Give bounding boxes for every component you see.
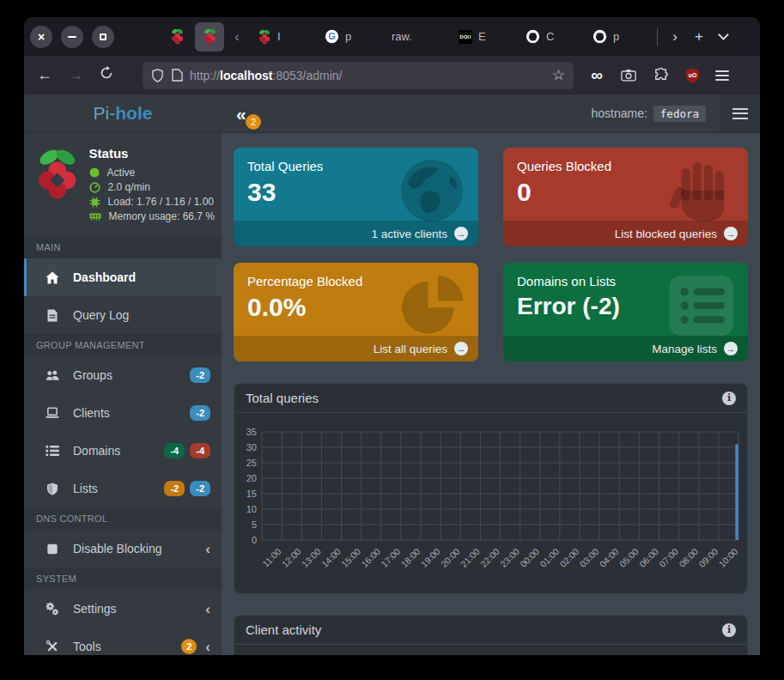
browser-window: × ‹ (24, 17, 760, 655)
svg-text:08:00: 08:00 (677, 546, 700, 569)
total-queries-chart[interactable]: 0510152025303511:0012:0013:0014:0015:001… (234, 413, 747, 593)
svg-text:03:00: 03:00 (577, 546, 600, 569)
ublock-button[interactable]: uO (684, 68, 701, 83)
url-bar[interactable]: http://localhost:8053/admin/ ☆ (143, 62, 574, 89)
tab-scroll-left-button[interactable]: ‹ (228, 29, 246, 45)
tab-title: p (613, 30, 619, 43)
svg-text:00:00: 00:00 (518, 546, 541, 569)
svg-text:25: 25 (246, 458, 257, 468)
sidebar-item-groups[interactable]: Groups -2 (24, 356, 222, 394)
domains-allowed-badge: -4 (164, 443, 185, 458)
tools-icon (46, 640, 59, 653)
info-icon[interactable]: i (722, 623, 736, 637)
panel-header: Client activity i (234, 616, 747, 645)
pihole-admin-page: Pi-hole « 2 hostname: fedora (24, 94, 760, 655)
tab-scroll-right-button[interactable]: › (663, 28, 687, 46)
gears-icon (46, 602, 59, 616)
svg-text:23:00: 23:00 (498, 546, 521, 569)
active-dot-icon (89, 167, 100, 178)
sidebar-collapse-button[interactable]: « (236, 105, 246, 123)
sidebar-item-query-log[interactable]: Query Log (24, 296, 222, 334)
chevron-left-icon: ‹ (205, 602, 210, 616)
window-maximize-button[interactable] (92, 26, 114, 48)
window-close-button[interactable]: × (30, 26, 52, 48)
card-footer-link[interactable]: List blocked queries → (503, 221, 748, 246)
sidebar-item-disable-blocking[interactable]: Disable Blocking ‹ (24, 530, 222, 568)
card-footer-link[interactable]: 1 active clients → (234, 221, 478, 246)
sidebar-item-settings[interactable]: Settings ‹ (24, 590, 222, 628)
svg-text:35: 35 (246, 427, 257, 437)
info-icon[interactable]: i (722, 392, 736, 405)
github-favicon (526, 29, 540, 44)
arrow-circle-icon: → (724, 227, 738, 240)
laptop-icon (46, 407, 59, 419)
back-button[interactable]: ← (34, 66, 55, 84)
home-icon (46, 271, 59, 284)
browser-tab[interactable]: C (518, 17, 585, 56)
browser-menu-button[interactable] (715, 70, 729, 81)
sidebar-item-clients[interactable]: Clients -2 (24, 394, 222, 432)
maximize-icon (100, 33, 106, 40)
users-icon (46, 369, 59, 381)
globe-icon (394, 155, 470, 227)
hand-icon (664, 155, 739, 227)
sidebar: Status Active 2.0 q/min (24, 133, 222, 655)
reload-button[interactable] (96, 66, 117, 84)
update-count-badge: 2 (246, 114, 261, 130)
google-favicon: G (325, 29, 339, 44)
card-footer-link[interactable]: List all queries → (234, 336, 478, 361)
hostname-display: hostname: fedora (591, 106, 706, 122)
pihole-favicon (258, 29, 271, 45)
svg-text:20:00: 20:00 (439, 546, 462, 569)
tab-title: C (546, 30, 554, 43)
browser-tab[interactable]: I (250, 17, 317, 56)
svg-text:01:00: 01:00 (538, 546, 561, 569)
sidebar-item-tools[interactable]: Tools 2 ‹ (24, 628, 222, 655)
app-body: Status Active 2.0 q/min (24, 133, 760, 655)
shield-icon (46, 483, 59, 495)
clients-badge: -2 (190, 405, 210, 421)
svg-text:15:00: 15:00 (339, 546, 362, 569)
domains-denied-badge: -4 (190, 443, 210, 458)
browser-tab[interactable]: G p (317, 17, 384, 56)
header-menu-button[interactable] (720, 94, 760, 133)
sidebar-item-dashboard[interactable]: Dashboard (24, 258, 222, 296)
bookmark-star-icon[interactable]: ☆ (552, 66, 565, 84)
pinned-tab-active[interactable] (195, 22, 224, 52)
new-tab-button[interactable]: + (687, 28, 711, 46)
card-footer-link[interactable]: Manage lists → (503, 336, 748, 361)
section-header-group-management: GROUP MANAGEMENT (24, 334, 222, 356)
list-all-tabs-button[interactable] (718, 29, 729, 40)
extension-infinity-button[interactable]: ∞ (588, 67, 605, 83)
forward-button[interactable]: → (65, 66, 86, 84)
pinned-tab[interactable] (162, 22, 191, 52)
browser-tab[interactable]: raw. (384, 17, 451, 56)
svg-text:15: 15 (246, 489, 257, 499)
close-icon: × (38, 31, 45, 43)
client-activity-panel: Client activity i 4 (234, 615, 748, 655)
browser-toolbar: ← → http://localhost:8053/admin/ ☆ ∞ (24, 56, 760, 94)
svg-text:10:00: 10:00 (716, 546, 739, 569)
svg-text:12:00: 12:00 (280, 546, 303, 569)
browser-tab[interactable]: DOU E (451, 17, 518, 56)
window-minimize-button[interactable] (61, 26, 83, 48)
total-queries-card: Total Queries 33 (234, 148, 478, 246)
sidebar-item-domains[interactable]: Domains -4 -4 (24, 432, 222, 470)
svg-text:09:00: 09:00 (696, 546, 720, 569)
svg-text:30: 30 (246, 442, 257, 452)
svg-text:18:00: 18:00 (398, 546, 422, 569)
svg-text:19:00: 19:00 (418, 546, 441, 569)
svg-text:06:00: 06:00 (637, 546, 660, 569)
infinity-icon: ∞ (591, 67, 603, 83)
svg-text:02:00: 02:00 (557, 546, 580, 569)
sidebar-item-lists[interactable]: Lists -2 -2 (24, 470, 222, 507)
pihole-brand[interactable]: Pi-hole (24, 94, 222, 132)
extensions-button[interactable] (652, 68, 669, 82)
pihole-favicon (170, 28, 185, 45)
arrow-circle-icon: → (454, 342, 468, 355)
screenshot-button[interactable] (620, 69, 637, 82)
svg-text:uO: uO (688, 72, 696, 78)
brand-text: Pi-hole (94, 103, 153, 124)
svg-text:20: 20 (246, 473, 257, 483)
browser-tab[interactable]: p (585, 17, 652, 56)
